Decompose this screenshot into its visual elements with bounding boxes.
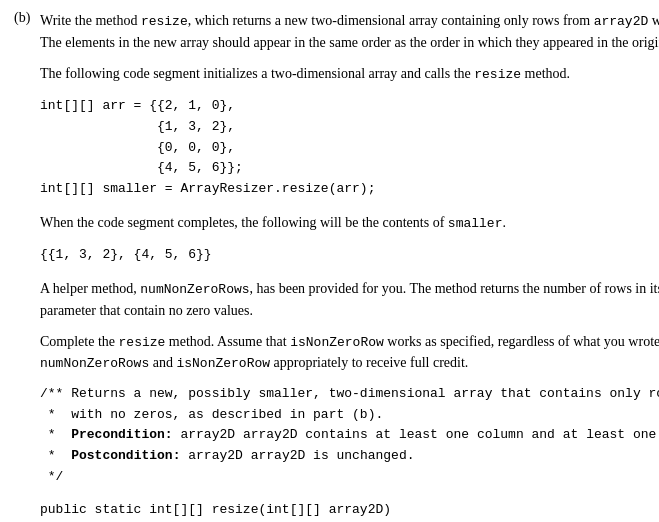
- para5-method-name-3: numNonZeroRows: [40, 356, 149, 371]
- para5-text-middle-1: method. Assume that: [165, 334, 290, 349]
- postcondition-label: Postcondition:: [71, 448, 180, 463]
- precondition-label: Precondition:: [71, 427, 172, 442]
- precondition-text: array2D contains at least one column and…: [243, 427, 659, 442]
- code-line-5: int[][] smaller = ArrayResizer.resize(ar…: [40, 179, 659, 200]
- paragraph-5: Complete the resize method. Assume that …: [40, 331, 659, 374]
- para1-method-name: resize: [141, 14, 188, 29]
- content-area: (b) Write the method resize, which retur…: [14, 10, 645, 522]
- para5-text-before: Complete the: [40, 334, 119, 349]
- comment-line-4: * Postcondition: array2D array2D is unch…: [40, 446, 659, 467]
- para1-array2d: array2D: [594, 14, 649, 29]
- paragraph-3: When the code segment completes, the fol…: [40, 212, 659, 234]
- code-line-3: {0, 0, 0},: [40, 138, 659, 159]
- para4-method-name: numNonZeroRows: [140, 282, 249, 297]
- paragraph-2: The following code segment initializes a…: [40, 63, 659, 85]
- para5-method-name-2: isNonZeroRow: [290, 335, 384, 350]
- para5-text-end: appropriately to receive full credit.: [270, 355, 468, 370]
- comment-line-1: /** Returns a new, possibly smaller, two…: [40, 384, 659, 405]
- para3-text-after: .: [502, 215, 506, 230]
- para2-text-before: The following code segment initializes a…: [40, 66, 474, 81]
- code-line-2: {1, 3, 2},: [40, 117, 659, 138]
- comment-line-2: * with no zeros, as described in part (b…: [40, 405, 659, 426]
- paragraph-1: Write the method resize, which returns a…: [40, 10, 659, 53]
- method-signature: public static int[][] resize(int[][] arr…: [40, 500, 659, 521]
- code-block: int[][] arr = {{2, 1, 0}, {1, 3, 2}, {0,…: [40, 96, 659, 200]
- comment-line-3: * Precondition: array2D array2D contains…: [40, 425, 659, 446]
- result-code: {{1, 3, 2}, {4, 5, 6}}: [40, 245, 659, 266]
- para3-text-before: When the code segment completes, the fol…: [40, 215, 448, 230]
- part-label: (b): [14, 10, 34, 522]
- para5-text-middle-2: works as specified, regardless of what y…: [384, 334, 659, 349]
- para5-method-name-1: resize: [119, 335, 166, 350]
- para2-method-name: resize: [474, 67, 521, 82]
- para4-text-before: A helper method,: [40, 281, 140, 296]
- postcondition-text: array2D is unchanged.: [251, 448, 415, 463]
- para2-text-after: method.: [521, 66, 570, 81]
- para5-method-name-4: isNonZeroRow: [176, 356, 270, 371]
- comment-line-5: */: [40, 467, 659, 488]
- postcondition-array2d: array2D: [188, 448, 243, 463]
- main-content: Write the method resize, which returns a…: [40, 10, 659, 522]
- result-code-block: {{1, 3, 2}, {4, 5, 6}}: [40, 245, 659, 266]
- javadoc-comment: /** Returns a new, possibly smaller, two…: [40, 384, 659, 488]
- code-line-1: int[][] arr = {{2, 1, 0},: [40, 96, 659, 117]
- precondition-array2d: array2D: [180, 427, 235, 442]
- para1-text-after: , which returns a new two-dimensional ar…: [188, 13, 594, 28]
- paragraph-4: A helper method, numNonZeroRows, has bee…: [40, 278, 659, 321]
- method-signature-block: public static int[][] resize(int[][] arr…: [40, 500, 659, 521]
- para3-var-name: smaller: [448, 216, 503, 231]
- code-line-4: {4, 5, 6}};: [40, 158, 659, 179]
- para5-text-middle-3: and: [149, 355, 176, 370]
- para1-text-before: Write the method: [40, 13, 141, 28]
